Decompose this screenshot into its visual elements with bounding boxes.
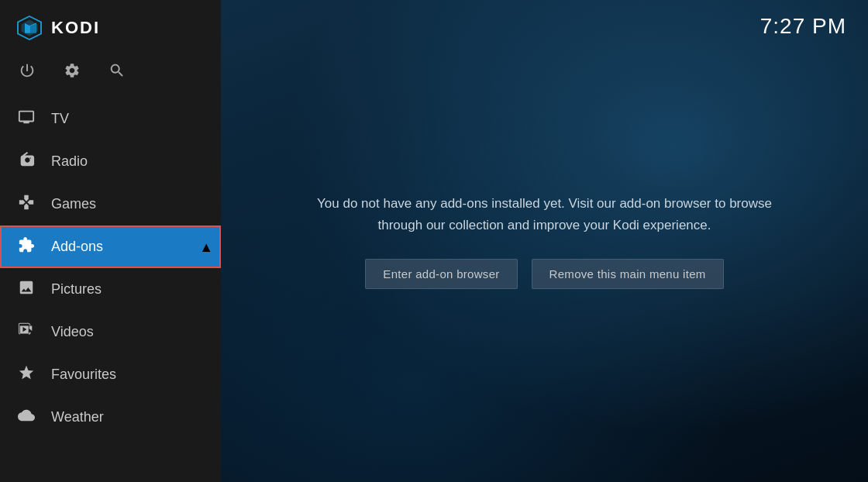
videos-icon: [16, 322, 37, 343]
sidebar-item-tv[interactable]: TV: [0, 98, 221, 140]
sidebar-item-games-label: Games: [51, 196, 96, 212]
enter-addon-browser-button[interactable]: Enter add-on browser: [365, 259, 517, 289]
sidebar-item-addons[interactable]: Add-ons ▲: [0, 226, 221, 268]
search-button[interactable]: [105, 59, 129, 82]
sidebar-item-addons-label: Add-ons: [51, 239, 103, 255]
no-addons-message: You do not have any add-ons installed ye…: [297, 193, 793, 235]
settings-button[interactable]: [60, 59, 84, 82]
kodi-logo-icon: [16, 14, 43, 42]
main-content-area: 7:27 PM You do not have any add-ons inst…: [221, 0, 868, 482]
sidebar-item-videos[interactable]: Videos: [0, 311, 221, 353]
sidebar-item-tv-label: TV: [51, 111, 69, 127]
app-title: KODI: [51, 18, 100, 38]
clock-display: 7:27 PM: [760, 14, 846, 39]
sidebar-item-weather[interactable]: Weather: [0, 396, 221, 439]
radio-icon: [16, 151, 37, 172]
power-button[interactable]: [16, 59, 39, 82]
sidebar-item-pictures-label: Pictures: [51, 281, 102, 298]
main-nav: TV Radio Games Add-ons ▲: [0, 98, 221, 482]
main-panel: You do not have any add-ons installed ye…: [266, 193, 824, 288]
cursor-indicator: ▲: [199, 239, 213, 255]
remove-menu-item-button[interactable]: Remove this main menu item: [532, 259, 724, 289]
sidebar-item-radio[interactable]: Radio: [0, 140, 221, 183]
sidebar-item-weather-label: Weather: [51, 409, 104, 425]
app-header: KODI: [0, 0, 221, 53]
sidebar-item-games[interactable]: Games: [0, 183, 221, 226]
games-icon: [16, 194, 37, 215]
pictures-icon: [16, 279, 37, 300]
sidebar-item-radio-label: Radio: [51, 153, 88, 170]
sidebar-icon-bar: [0, 53, 221, 98]
sidebar: KODI TV Radio: [0, 0, 221, 482]
sidebar-item-pictures[interactable]: Pictures: [0, 268, 221, 311]
sidebar-item-videos-label: Videos: [51, 324, 94, 340]
favourites-icon: [16, 364, 37, 385]
addons-icon: [16, 236, 37, 257]
action-buttons: Enter add-on browser Remove this main me…: [365, 259, 723, 289]
sidebar-item-favourites-label: Favourites: [51, 367, 116, 383]
weather-icon: [16, 407, 37, 428]
tv-icon: [16, 108, 37, 129]
sidebar-item-favourites[interactable]: Favourites: [0, 353, 221, 396]
